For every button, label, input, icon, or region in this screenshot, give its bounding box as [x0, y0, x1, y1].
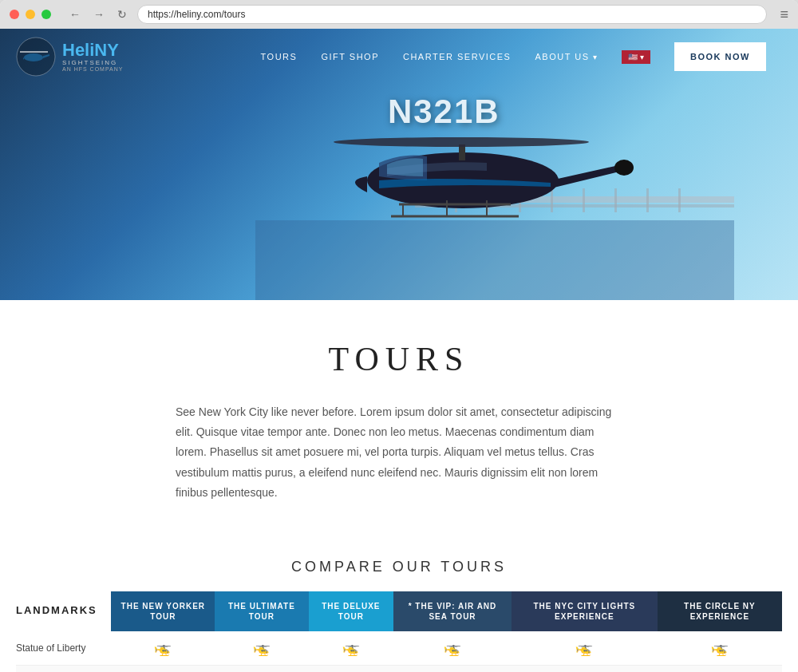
landmark-check-cell: 🚁 [309, 631, 394, 666]
logo-hfs: AN HFS COMPANY [62, 66, 124, 72]
logo-heli-text: Heli [62, 40, 94, 60]
tours-description: See New York City like never before. Lor… [176, 402, 622, 503]
svg-rect-13 [459, 144, 465, 160]
minimize-dot[interactable] [26, 10, 35, 19]
address-bar[interactable] [137, 5, 767, 24]
helicopter-check-icon: 🚁 [253, 639, 271, 657]
svg-point-21 [24, 53, 43, 61]
landmarks-header: LANDMARKS [16, 591, 111, 631]
col-header-deluxe: THE DELUXE TOUR [309, 591, 394, 631]
book-now-button[interactable]: BOOK NOW [674, 42, 766, 71]
svg-point-12 [614, 160, 634, 176]
compare-section: COMPARE OUR TOURS LANDMARKS THE NEW YORK… [0, 559, 798, 672]
compare-table: LANDMARKS THE NEW YORKER TOUR THE ULTIMA… [16, 591, 782, 672]
browser-window: ← → ↻ ≡ [0, 0, 798, 672]
landmark-check-cell: 🚁 [658, 665, 782, 672]
table-row: Statue of Liberty🚁🚁🚁🚁🚁🚁 [16, 631, 782, 666]
nav-charter[interactable]: CHARTER SERVICES [403, 52, 511, 61]
landmark-name: Ellis Island [16, 665, 111, 672]
landmark-check-cell: 🚁 [111, 665, 215, 672]
close-dot[interactable] [10, 10, 19, 19]
landmark-check-cell: 🚁 [309, 665, 394, 672]
refresh-button[interactable]: ↻ [113, 6, 131, 22]
landmark-check-cell: 🚁 [215, 631, 308, 666]
tours-title: TOURS [16, 340, 782, 378]
landmark-check-cell: 🚁 [215, 665, 308, 672]
svg-rect-6 [551, 188, 553, 212]
col-header-new-yorker: THE NEW YORKER TOUR [111, 591, 215, 631]
logo-text-area: HeliNY SIGHTSEING AN HFS COMPANY [62, 42, 124, 72]
col-header-city-lights: THE NYC CITY LIGHTS EXPERIENCE [512, 591, 658, 631]
logo-icon [16, 37, 56, 77]
col-new-yorker-label: THE NEW YORKER TOUR [121, 602, 206, 621]
col-header-vip: * THE VIP: AIR AND SEA TOUR [393, 591, 512, 631]
col-header-circle: THE CIRCLE NY EXPERIENCE [658, 591, 782, 631]
logo-sightseing: SIGHTSEING [62, 59, 124, 66]
landmark-check-cell: 🚁 [512, 665, 658, 672]
landmark-name: Statue of Liberty [16, 631, 111, 666]
back-button[interactable]: ← [65, 6, 85, 22]
website-content: N321B HeliNY [0, 29, 798, 672]
browser-titlebar: ← → ↻ ≡ [0, 0, 798, 29]
helicopter-check-icon: 🚁 [711, 639, 729, 657]
logo-area: HeliNY SIGHTSEING AN HFS COMPANY [16, 37, 124, 77]
landmark-check-cell: 🚁 [393, 631, 512, 666]
table-header-row: LANDMARKS THE NEW YORKER TOUR THE ULTIMA… [16, 591, 782, 631]
col-circle-label: THE CIRCLE NY EXPERIENCE [684, 602, 756, 621]
helicopter-check-icon: 🚁 [575, 639, 593, 657]
helicopter-check-icon: 🚁 [444, 639, 461, 657]
col-vip-label: * THE VIP: AIR AND SEA TOUR [409, 602, 497, 621]
tail-number: N321B [388, 93, 500, 131]
svg-rect-7 [583, 188, 585, 212]
helicopter-check-icon: 🚁 [154, 639, 172, 657]
table-row: Ellis Island🚁🚁🚁🚁🚁🚁 [16, 665, 782, 672]
language-selector[interactable]: 🇺🇸 ▾ [622, 50, 650, 64]
landmark-check-cell: 🚁 [111, 631, 215, 666]
col-deluxe-label: THE DELUXE TOUR [322, 602, 380, 621]
tours-section: TOURS See New York City like never befor… [0, 300, 798, 559]
navbar: HeliNY SIGHTSEING AN HFS COMPANY TOURS G… [0, 29, 798, 85]
col-ultimate-label: THE ULTIMATE TOUR [228, 602, 295, 621]
svg-rect-10 [678, 188, 681, 212]
nav-about[interactable]: ABOUT US [535, 52, 598, 61]
nav-tours[interactable]: TOURS [261, 52, 298, 61]
hero-section: N321B HeliNY [0, 29, 798, 300]
logo-ny-text: NY [94, 40, 119, 60]
logo-brand: HeliNY [62, 42, 124, 59]
browser-nav: ← → ↻ [65, 6, 131, 22]
col-header-ultimate: THE ULTIMATE TOUR [215, 591, 308, 631]
forward-button[interactable]: → [89, 6, 109, 22]
maximize-dot[interactable] [41, 10, 51, 19]
helicopter-check-icon: 🚁 [342, 639, 360, 657]
nav-links: TOURS GIFT SHOP CHARTER SERVICES ABOUT U… [261, 42, 766, 71]
svg-rect-8 [614, 188, 617, 212]
col-city-lights-label: THE NYC CITY LIGHTS EXPERIENCE [533, 602, 635, 621]
compare-title: COMPARE OUR TOURS [16, 559, 782, 575]
landmark-check-cell: 🚁 [393, 665, 512, 672]
svg-rect-9 [646, 188, 649, 212]
svg-point-14 [334, 137, 589, 147]
landmark-check-cell: 🚁 [658, 631, 782, 666]
nav-gift-shop[interactable]: GIFT SHOP [321, 52, 379, 61]
landmark-check-cell: 🚁 [512, 631, 658, 666]
browser-menu-button[interactable]: ≡ [780, 6, 788, 23]
svg-rect-0 [255, 220, 734, 300]
